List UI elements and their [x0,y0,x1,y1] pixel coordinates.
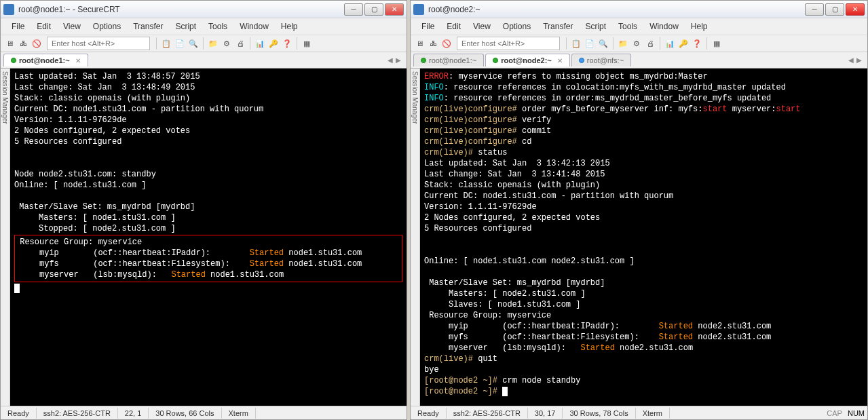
window-title: root@node2:~ [428,5,805,14]
status-dot-icon [421,58,426,63]
menu-tools[interactable]: Tools [203,20,233,33]
tab-next-icon[interactable]: ▶ [396,56,401,64]
status-pos: 22, 1 [118,408,149,419]
menubar: File Edit View Options Transfer Script T… [411,18,867,35]
status-cipher: ssh2: AES-256-CTR [447,408,528,419]
tab-label: root@nfs:~ [587,56,624,64]
maximize-button[interactable]: ▢ [825,3,844,16]
menu-view[interactable]: View [468,20,496,33]
session-manager-handle[interactable]: Session Manager [1,69,10,406]
status-size: 30 Rows, 78 Cols [563,408,635,419]
menu-options[interactable]: Options [497,20,536,33]
tabstrip: root@node1:~ root@node2:~ ✕ root@nfs:~ ◀… [411,52,867,69]
app-icon [413,4,424,15]
terminal-wrap: Session Manager Last updated: Sat Jan 3 … [1,69,407,406]
menu-options[interactable]: Options [88,20,126,33]
menu-tools[interactable]: Tools [613,20,643,33]
window-node1: root@node1:~ - SecureCRT ─ ▢ ✕ File Edit… [0,0,407,420]
tab-nfs[interactable]: root@nfs:~ [571,54,631,66]
tool-icon[interactable]: 📋 [160,37,172,50]
titlebar[interactable]: root@node1:~ - SecureCRT ─ ▢ ✕ [1,1,407,18]
tab-prev-icon[interactable]: ◀ [848,56,854,64]
status-ready: Ready [411,408,447,419]
tool-icon[interactable]: ❓ [281,37,293,50]
separator [203,37,204,50]
tool-icon[interactable]: 🚫 [440,37,453,50]
window-node2: root@node2:~ ─ ▢ ✕ File Edit View Option… [410,0,868,420]
host-input[interactable] [47,37,150,50]
maximize-button[interactable]: ▢ [364,3,383,16]
tool-icon[interactable]: 📄 [584,37,596,50]
tool-icon[interactable]: 🔑 [677,37,690,50]
terminal[interactable]: Last updated: Sat Jan 3 13:48:57 2015 La… [10,69,407,406]
menu-view[interactable]: View [58,20,86,33]
separator [706,37,707,50]
status-num: NUM [845,409,867,417]
tool-icon[interactable]: 🖨 [234,37,246,50]
tool-icon[interactable]: 📊 [664,37,676,50]
menu-help[interactable]: Help [685,20,713,33]
host-input[interactable] [457,37,560,50]
tab-nav: ◀ ▶ [848,56,865,64]
minimize-button[interactable]: ─ [344,3,363,16]
tab-close-icon[interactable]: ✕ [557,57,563,64]
menu-script[interactable]: Script [580,20,611,33]
status-dot-icon [11,58,16,63]
menu-transfer[interactable]: Transfer [128,20,168,33]
menu-window[interactable]: Window [234,20,274,33]
menu-file[interactable]: File [6,20,30,33]
menu-edit[interactable]: Edit [441,20,466,33]
terminal[interactable]: ERROR: myservice refers to missing objec… [420,69,867,406]
tool-icon[interactable]: ⚙ [221,37,233,50]
tab-nav: ◀ ▶ [388,56,404,64]
status-cap: CAP [824,409,845,417]
tool-icon[interactable]: 🔍 [597,37,609,50]
tool-icon[interactable]: 🔍 [187,37,200,50]
separator [566,37,567,50]
menu-file[interactable]: File [416,20,440,33]
tool-icon[interactable]: ▦ [301,37,313,50]
tool-icon[interactable]: 🖨 [644,37,656,50]
window-title: root@node1:~ - SecureCRT [18,5,344,14]
menubar: File Edit View Options Transfer Script T… [1,18,407,35]
minimize-button[interactable]: ─ [805,3,824,16]
terminal-wrap: Session Manager ERROR: myservice refers … [411,69,867,406]
status-dot-icon [493,58,498,63]
tool-icon[interactable]: 🖧 [17,37,29,50]
tool-icon[interactable]: 🚫 [31,37,43,50]
tabstrip: root@node1:~ ✕ ◀ ▶ [1,52,407,69]
status-term: Xterm [636,408,670,419]
separator [297,37,297,50]
status-term: Xterm [222,408,256,419]
tab-next-icon[interactable]: ▶ [856,56,862,64]
tab-node1[interactable]: root@node1:~ ✕ [3,54,88,66]
tool-icon[interactable]: 📄 [174,37,186,50]
close-button[interactable]: ✕ [385,3,404,16]
tab-prev-icon[interactable]: ◀ [388,56,393,64]
tool-icon[interactable]: 📁 [207,37,219,50]
tool-icon[interactable]: ⚙ [630,37,643,50]
menu-edit[interactable]: Edit [31,20,56,33]
statusbar: Ready ssh2: AES-256-CTR 30, 17 30 Rows, … [411,406,867,419]
tool-icon[interactable]: 🖥 [3,37,16,50]
tab-node2[interactable]: root@node2:~ ✕ [485,54,570,66]
status-ready: Ready [1,408,37,419]
tool-icon[interactable]: 📁 [617,37,629,50]
tool-icon[interactable]: 🔑 [267,37,280,50]
titlebar[interactable]: root@node2:~ ─ ▢ ✕ [411,1,867,18]
menu-window[interactable]: Window [644,20,684,33]
status-pos: 30, 17 [528,408,563,419]
menu-help[interactable]: Help [276,20,303,33]
tool-icon[interactable]: 📊 [254,37,266,50]
tool-icon[interactable]: ❓ [691,37,703,50]
session-manager-handle[interactable]: Session Manager [411,69,420,406]
close-button[interactable]: ✕ [846,3,865,16]
tool-icon[interactable]: 🖥 [413,37,426,50]
tab-close-icon[interactable]: ✕ [75,57,81,64]
tool-icon[interactable]: 🖧 [427,37,439,50]
tool-icon[interactable]: ▦ [711,37,723,50]
menu-script[interactable]: Script [170,20,202,33]
tab-node1[interactable]: root@node1:~ [413,54,484,66]
menu-transfer[interactable]: Transfer [537,20,578,33]
tool-icon[interactable]: 📋 [570,37,582,50]
